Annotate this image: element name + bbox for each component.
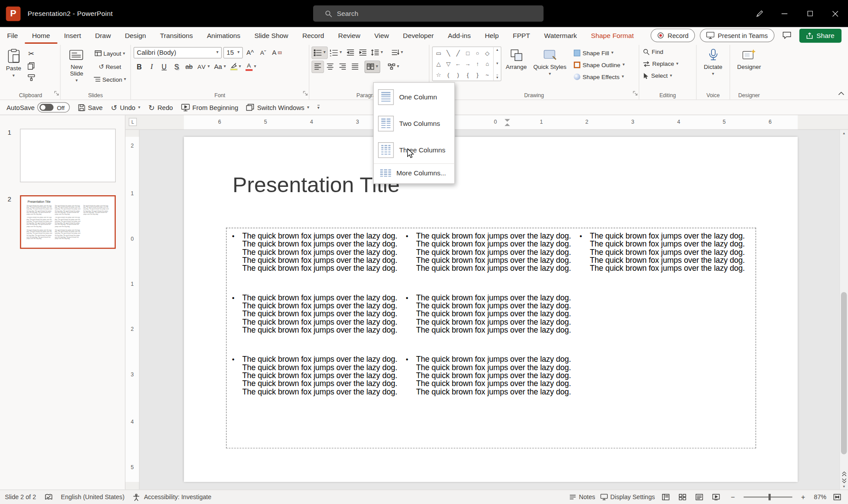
shape-paren-left-icon[interactable]: ( [447, 72, 449, 78]
tab-design[interactable]: Design [118, 27, 153, 44]
normal-view-button[interactable] [660, 491, 672, 503]
drawing-dialog-launcher-icon[interactable] [633, 88, 638, 98]
present-in-teams-button[interactable]: Present in Teams [700, 29, 774, 42]
customize-qat-icon[interactable]: ▾ [318, 105, 320, 110]
slide-number-indicator[interactable]: Slide 2 of 2 [5, 494, 36, 500]
shape-fill-button[interactable]: Shape Fill ▾ [573, 48, 626, 58]
quick-styles-button[interactable]: Quick Styles ▾ [531, 46, 569, 91]
layout-button[interactable]: Layout▾ [92, 48, 128, 59]
shapes-gallery[interactable]: ▭ ╲ ╱ □ ○ ◇ △ ▽ ← → ↑ ⌂ ☆ ( ) { } [432, 46, 501, 81]
find-button[interactable]: Find [642, 46, 693, 57]
redo-button[interactable]: ↻ Redo [148, 103, 173, 112]
shape-brace-right-icon[interactable]: } [477, 72, 478, 78]
tab-draw[interactable]: Draw [88, 27, 118, 44]
increase-indent-button[interactable] [357, 47, 368, 58]
gallery-more-icon[interactable]: ▾ [496, 75, 498, 80]
menu-item-one-column[interactable]: One Column [374, 84, 454, 110]
undo-button[interactable]: ↺ Undo ▾ [111, 103, 140, 112]
zoom-out-button[interactable]: − [727, 491, 739, 503]
clear-formatting-button[interactable]: A [270, 47, 283, 58]
shape-effects-button[interactable]: Shape Effects ▾ [573, 72, 626, 82]
previous-slide-icon[interactable] [841, 471, 847, 477]
shape-circle-icon[interactable]: ○ [476, 50, 479, 57]
tab-developer[interactable]: Developer [396, 27, 441, 44]
shape-square-icon[interactable]: □ [466, 50, 469, 57]
designer-button[interactable]: Designer [735, 46, 763, 91]
font-color-button[interactable]: A ▾ [244, 61, 258, 72]
shape-arrow-up-icon[interactable]: ↑ [476, 61, 479, 67]
shape-curve-icon[interactable]: ~ [485, 72, 489, 78]
text-direction-button[interactable]: ▾ [390, 47, 405, 58]
slideshow-view-button[interactable] [710, 491, 722, 503]
replace-button[interactable]: Replace ▾ [642, 58, 693, 69]
tab-watermark[interactable]: Watermark [537, 27, 584, 44]
save-button[interactable]: Save [78, 103, 103, 111]
tab-help[interactable]: Help [478, 27, 506, 44]
clipboard-dialog-launcher-icon[interactable] [54, 88, 59, 98]
zoom-slider[interactable] [744, 496, 792, 497]
spell-check-icon[interactable] [45, 494, 52, 500]
close-button[interactable] [822, 0, 848, 27]
change-case-button[interactable]: Aa▾ [212, 61, 227, 72]
tab-file[interactable]: File [0, 27, 25, 44]
shape-diamond-icon[interactable]: ◇ [485, 50, 489, 57]
autosave-switch[interactable]: Off [38, 102, 70, 112]
shape-paren-right-icon[interactable]: ) [457, 72, 459, 78]
slide-sorter-view-button[interactable] [677, 491, 689, 503]
zoom-slider-thumb[interactable] [768, 494, 771, 500]
convert-to-smartart-button[interactable]: ▾ [386, 61, 401, 72]
text-highlight-button[interactable]: ▾ [228, 61, 242, 72]
bullet-paragraph[interactable]: •The quick brown fox jumps over the lazy… [232, 294, 402, 334]
new-slide-button[interactable]: New Slide ▾ [63, 46, 90, 91]
switch-windows-button[interactable]: Switch Windows ▾ [246, 103, 309, 111]
tab-record[interactable]: Record [295, 27, 331, 44]
tab-selector[interactable]: L [129, 118, 136, 126]
bullet-paragraph[interactable]: •The quick brown fox jumps over the lazy… [406, 355, 576, 396]
tab-slide-show[interactable]: Slide Show [247, 27, 295, 44]
tab-animations[interactable]: Animations [200, 27, 247, 44]
font-size-combo[interactable]: 15▾ [223, 47, 243, 58]
comments-icon[interactable] [779, 31, 794, 39]
numbering-button[interactable]: ▾ [328, 47, 343, 58]
bullets-button[interactable]: ▾ [312, 47, 327, 58]
shape-arrow-left-icon[interactable]: ← [455, 61, 461, 67]
bullet-paragraph[interactable]: •The quick brown fox jumps over the lazy… [579, 232, 750, 273]
format-painter-button[interactable] [26, 72, 37, 83]
bullet-paragraph[interactable]: •The quick brown fox jumps over the lazy… [232, 232, 402, 273]
display-settings-button[interactable]: Display Settings [600, 494, 655, 500]
inking-icon[interactable] [748, 0, 772, 27]
zoom-in-button[interactable]: + [797, 491, 809, 503]
gallery-scroll-down-icon[interactable]: ▼ [496, 61, 499, 64]
tab-transitions[interactable]: Transitions [153, 27, 200, 44]
font-name-combo[interactable]: Calibri (Body)▾ [133, 47, 222, 58]
section-button[interactable]: Section▾ [92, 74, 128, 85]
share-button[interactable]: Share [799, 28, 841, 42]
shape-outline-button[interactable]: Shape Outline ▾ [573, 60, 626, 70]
shape-brace-left-icon[interactable]: { [467, 72, 469, 78]
scrollbar-thumb[interactable] [841, 292, 847, 454]
gallery-scroll-up-icon[interactable]: ▲ [496, 48, 499, 51]
shape-line2-icon[interactable]: ╱ [456, 50, 460, 57]
underline-button[interactable]: U [159, 61, 170, 72]
slide-1-thumbnail[interactable] [20, 129, 116, 182]
shape-line-icon[interactable]: ╲ [447, 50, 450, 57]
tab-view[interactable]: View [367, 27, 396, 44]
record-button[interactable]: Record [651, 29, 695, 42]
shape-triangle-icon[interactable]: △ [436, 61, 441, 67]
content-text-box[interactable]: •The quick brown fox jumps over the lazy… [226, 228, 756, 449]
tab-fppt[interactable]: FPPT [506, 27, 537, 44]
scroll-up-icon[interactable]: ▲ [840, 132, 848, 135]
arrange-button[interactable]: Arrange [504, 46, 529, 91]
character-spacing-button[interactable]: AV▾ [196, 61, 211, 72]
shape-rect-icon[interactable]: ▭ [436, 50, 441, 57]
accessibility-status[interactable]: Accessibility: Investigate [144, 494, 212, 500]
tab-home[interactable]: Home [25, 27, 57, 44]
slide-2-thumbnail[interactable]: Presentation Title The quick brown fox j… [20, 195, 116, 249]
autosave-toggle[interactable]: AutoSave Off [7, 102, 70, 112]
bold-button[interactable]: B [133, 61, 145, 72]
shape-home-icon[interactable]: ⌂ [485, 61, 489, 67]
indent-marker[interactable] [504, 118, 511, 126]
from-beginning-button[interactable]: From Beginning [181, 103, 238, 111]
align-left-button[interactable] [312, 61, 324, 72]
next-slide-icon[interactable] [841, 478, 847, 483]
